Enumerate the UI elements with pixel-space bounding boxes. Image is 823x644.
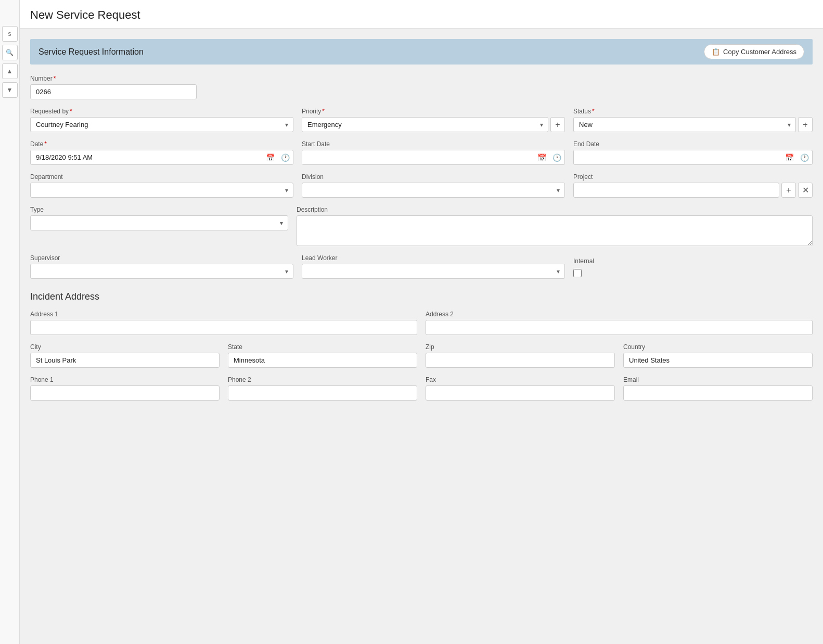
requested-by-label: Requested by* [30,108,293,115]
supervisor-select-wrapper [30,264,293,279]
supervisor-label: Supervisor [30,254,293,262]
priority-field: Priority* Emergency + [302,108,565,132]
supervisor-field: Supervisor [30,254,293,279]
project-input[interactable] [573,183,779,198]
division-field: Division [302,173,565,198]
city-input[interactable] [30,353,220,368]
project-remove-button[interactable]: ✕ [798,183,813,198]
nav-btn-search[interactable]: 🔍 [2,45,18,60]
internal-checkbox[interactable] [573,269,582,277]
page-title: New Service Request [30,8,813,22]
start-date-label: Start Date [302,140,565,148]
end-date-label: End Date [573,140,813,148]
phone-fax-email-row: Phone 1 Phone 2 Fax Email [30,376,813,401]
number-field: Number* [30,75,197,99]
end-date-field: End Date 📅 🕐 [573,140,813,165]
email-label: Email [623,376,813,383]
status-select-wrapper: New [573,117,796,132]
number-label: Number* [30,75,197,82]
type-select[interactable] [30,215,288,230]
start-date-field: Start Date 📅 🕐 [302,140,565,165]
priority-select-wrapper: Emergency [302,117,548,132]
phone1-field: Phone 1 [30,376,220,401]
type-field: Type [30,206,288,246]
status-select[interactable]: New [573,117,796,132]
requested-by-select[interactable]: Courtney Fearing [30,117,293,132]
nav-btn-down[interactable]: ▼ [2,82,18,98]
form-container: Service Request Information 📋 Copy Custo… [20,29,823,419]
department-field: Department [30,173,293,198]
date-time-icon[interactable]: 🕐 [278,151,293,164]
section-header: Service Request Information 📋 Copy Custo… [30,39,813,65]
type-label: Type [30,206,288,213]
start-date-time-icon[interactable]: 🕐 [549,151,564,164]
status-add-button[interactable]: + [798,117,813,132]
division-select[interactable] [302,183,565,198]
start-date-calendar-icon[interactable]: 📅 [534,151,549,164]
zip-label: Zip [426,343,615,351]
end-date-wrapper: 📅 🕐 [573,150,813,165]
city-field: City [30,343,220,368]
department-select-wrapper [30,183,293,198]
description-textarea[interactable] [297,215,813,246]
email-field: Email [623,376,813,401]
status-label: Status* [573,108,813,115]
date-input[interactable] [31,150,263,164]
project-add-button[interactable]: + [781,183,796,198]
supervisor-select[interactable] [30,264,293,279]
address2-input[interactable] [426,320,813,335]
number-row: Number* [30,75,813,99]
internal-field: Internal [573,257,813,279]
type-description-row: Type Description [30,206,813,246]
state-input[interactable] [228,353,417,368]
lead-worker-label: Lead Worker [302,254,565,262]
number-input[interactable] [30,84,197,99]
number-required: * [54,75,56,82]
copy-icon: 📋 [712,48,720,56]
copy-customer-address-button[interactable]: 📋 Copy Customer Address [704,44,804,59]
requested-by-select-wrapper: Courtney Fearing [30,117,293,132]
fax-input[interactable] [426,385,615,401]
priority-label: Priority* [302,108,565,115]
copy-address-label: Copy Customer Address [723,48,796,56]
department-select[interactable] [30,183,293,198]
end-date-calendar-icon[interactable]: 📅 [782,151,797,164]
zip-field: Zip [426,343,615,368]
date-wrapper: 📅 🕐 [30,150,293,165]
nav-btn-up[interactable]: ▲ [2,63,18,79]
start-date-input[interactable] [302,150,534,164]
project-label: Project [573,173,813,181]
priority-add-button[interactable]: + [550,117,565,132]
project-with-btns: + ✕ [573,183,813,198]
status-required: * [592,108,595,115]
division-label: Division [302,173,565,181]
email-input[interactable] [623,385,813,401]
nav-btn-s[interactable]: s [2,26,18,42]
address1-address2-row: Address 1 Address 2 [30,311,813,335]
end-date-time-icon[interactable]: 🕐 [797,151,812,164]
dept-div-project-row: Department Division [30,173,813,198]
priority-with-btn: Emergency + [302,117,565,132]
date-label: Date* [30,140,293,148]
form-body: New Service Request Service Request Info… [20,0,823,644]
address2-label: Address 2 [426,311,813,318]
priority-select[interactable]: Emergency [302,117,548,132]
date-calendar-icon[interactable]: 📅 [263,151,278,164]
address1-input[interactable] [30,320,417,335]
zip-input[interactable] [426,353,615,368]
phone2-input[interactable] [228,385,417,401]
requested-by-required: * [70,108,72,115]
country-input[interactable] [623,353,813,368]
lead-worker-select-wrapper [302,264,565,279]
phone1-input[interactable] [30,385,220,401]
country-label: Country [623,343,813,351]
date-row: Date* 📅 🕐 Start Date 📅 🕐 [30,140,813,165]
page-header: New Service Request [20,0,823,29]
lead-worker-select[interactable] [302,264,565,279]
state-label: State [228,343,417,351]
end-date-input[interactable] [574,150,782,164]
phone2-label: Phone 2 [228,376,417,383]
date-required: * [44,140,47,148]
fax-label: Fax [426,376,615,383]
phone1-label: Phone 1 [30,376,220,383]
